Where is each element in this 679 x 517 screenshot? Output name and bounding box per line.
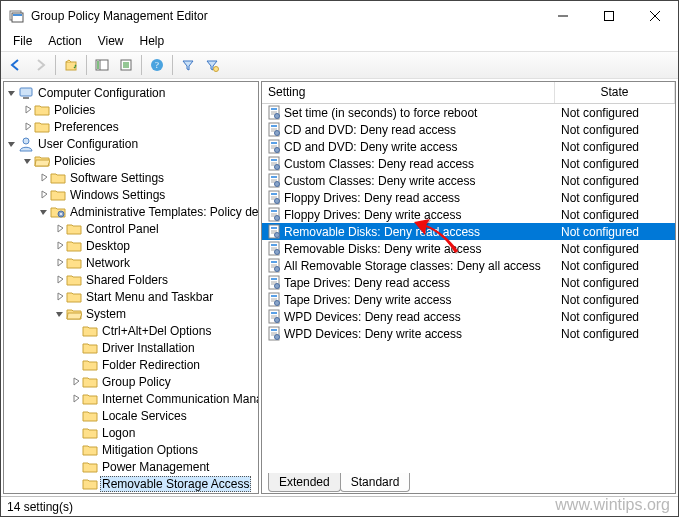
list-row[interactable]: Floppy Drives: Deny read accessNot confi… (262, 189, 675, 206)
svg-rect-89 (271, 329, 277, 331)
expand-icon[interactable] (54, 291, 66, 303)
separator (86, 55, 87, 75)
setting-state: Not configured (555, 174, 675, 188)
list-row[interactable]: All Removable Storage classes: Deny all … (262, 257, 675, 274)
expand-icon[interactable] (70, 393, 82, 405)
svg-point-82 (275, 300, 280, 305)
detail-tabs: Extended Standard (262, 470, 675, 492)
tree-policies[interactable]: Policies (4, 152, 258, 169)
menu-help[interactable]: Help (132, 32, 173, 50)
help-button[interactable]: ? (146, 54, 168, 76)
tree-start-menu-and-taskbar[interactable]: Start Menu and Taskbar (4, 288, 258, 305)
collapse-icon[interactable] (6, 138, 18, 150)
collapse-icon[interactable] (6, 87, 18, 99)
filter-button[interactable] (177, 54, 199, 76)
folder-icon (66, 255, 82, 271)
tree-admin-templates[interactable]: Administrative Templates: Policy definit… (4, 203, 258, 220)
expand-icon[interactable] (22, 121, 34, 133)
svg-rect-34 (271, 142, 277, 144)
forward-button (29, 54, 51, 76)
up-button[interactable] (60, 54, 82, 76)
menu-action[interactable]: Action (40, 32, 89, 50)
list-body[interactable]: Set time (in seconds) to force rebootNot… (262, 104, 675, 471)
setting-state: Not configured (555, 242, 675, 256)
close-button[interactable] (632, 1, 678, 31)
tree-folder-redirection[interactable]: Folder Redirection (4, 356, 258, 373)
collapse-icon[interactable] (54, 308, 66, 320)
menu-file[interactable]: File (5, 32, 40, 50)
column-state[interactable]: State (555, 82, 675, 103)
tab-extended[interactable]: Extended (268, 473, 341, 492)
list-row[interactable]: CD and DVD: Deny write accessNot configu… (262, 138, 675, 155)
collapse-icon[interactable] (38, 206, 50, 218)
back-button[interactable] (5, 54, 27, 76)
maximize-button[interactable] (586, 1, 632, 31)
tree-shared-folders[interactable]: Shared Folders (4, 271, 258, 288)
setting-name: WPD Devices: Deny read access (284, 310, 461, 324)
list-row[interactable]: Tape Drives: Deny read accessNot configu… (262, 274, 675, 291)
filter-options-button[interactable] (201, 54, 223, 76)
tab-standard[interactable]: Standard (340, 473, 411, 492)
expand-icon[interactable] (54, 274, 66, 286)
column-setting[interactable]: Setting (262, 82, 555, 103)
list-row[interactable]: Custom Classes: Deny read accessNot conf… (262, 155, 675, 172)
folder-icon (66, 306, 82, 322)
setting-state: Not configured (555, 293, 675, 307)
tree-driver-installation[interactable]: Driver Installation (4, 339, 258, 356)
tree-logon[interactable]: Logon (4, 424, 258, 441)
svg-point-17 (214, 67, 219, 72)
setting-icon (266, 122, 282, 138)
list-row[interactable]: Removable Disks: Deny read accessNot con… (262, 223, 675, 240)
setting-icon (266, 275, 282, 291)
svg-point-47 (275, 181, 280, 186)
tree-control-panel[interactable]: Control Panel (4, 220, 258, 237)
expand-icon[interactable] (38, 189, 50, 201)
list-row[interactable]: Set time (in seconds) to force rebootNot… (262, 104, 675, 121)
tree-preferences[interactable]: Preferences (4, 118, 258, 135)
collapse-icon[interactable] (22, 155, 34, 167)
tree-windows-settings[interactable]: Windows Settings (4, 186, 258, 203)
tree-mitigation-options[interactable]: Mitigation Options (4, 441, 258, 458)
tree-computer-configuration[interactable]: Computer Configuration (4, 84, 258, 101)
svg-rect-59 (271, 227, 277, 229)
user-icon (18, 136, 34, 152)
svg-point-57 (275, 215, 280, 220)
folder-icon (82, 357, 98, 373)
list-row[interactable]: Floppy Drives: Deny write accessNot conf… (262, 206, 675, 223)
list-row[interactable]: CD and DVD: Deny read accessNot configur… (262, 121, 675, 138)
separator (55, 55, 56, 75)
list-row[interactable]: Custom Classes: Deny write accessNot con… (262, 172, 675, 189)
tree-locale-services[interactable]: Locale Services (4, 407, 258, 424)
tree-power-management[interactable]: Power Management (4, 458, 258, 475)
list-row[interactable]: WPD Devices: Deny read accessNot configu… (262, 308, 675, 325)
tree-software-settings[interactable]: Software Settings (4, 169, 258, 186)
svg-point-67 (275, 249, 280, 254)
tree-ctrl-alt-del-options[interactable]: Ctrl+Alt+Del Options (4, 322, 258, 339)
tree-user-configuration[interactable]: User Configuration (4, 135, 258, 152)
tree-pane[interactable]: Computer ConfigurationPoliciesPreference… (3, 81, 259, 494)
tree-network[interactable]: Network (4, 254, 258, 271)
tree-policies[interactable]: Policies (4, 101, 258, 118)
folder-icon (66, 238, 82, 254)
tree-removable-storage-access[interactable]: Removable Storage Access (4, 475, 258, 492)
show-hide-tree-button[interactable] (91, 54, 113, 76)
expand-icon[interactable] (70, 376, 82, 388)
menu-view[interactable]: View (90, 32, 132, 50)
minimize-button[interactable] (540, 1, 586, 31)
tree-group-policy[interactable]: Group Policy (4, 373, 258, 390)
list-row[interactable]: WPD Devices: Deny write accessNot config… (262, 325, 675, 342)
expand-icon[interactable] (54, 223, 66, 235)
list-header[interactable]: Setting State (262, 82, 675, 104)
list-row[interactable]: Removable Disks: Deny write accessNot co… (262, 240, 675, 257)
expand-icon[interactable] (54, 240, 66, 252)
tree-internet-communication-management[interactable]: Internet Communication Management (4, 390, 258, 407)
setting-state: Not configured (555, 310, 675, 324)
expand-icon[interactable] (38, 172, 50, 184)
tree-desktop[interactable]: Desktop (4, 237, 258, 254)
properties-button[interactable] (115, 54, 137, 76)
tree-scripts[interactable]: Scripts (4, 492, 258, 494)
expand-icon[interactable] (54, 257, 66, 269)
list-row[interactable]: Tape Drives: Deny write accessNot config… (262, 291, 675, 308)
expand-icon[interactable] (22, 104, 34, 116)
tree-system[interactable]: System (4, 305, 258, 322)
